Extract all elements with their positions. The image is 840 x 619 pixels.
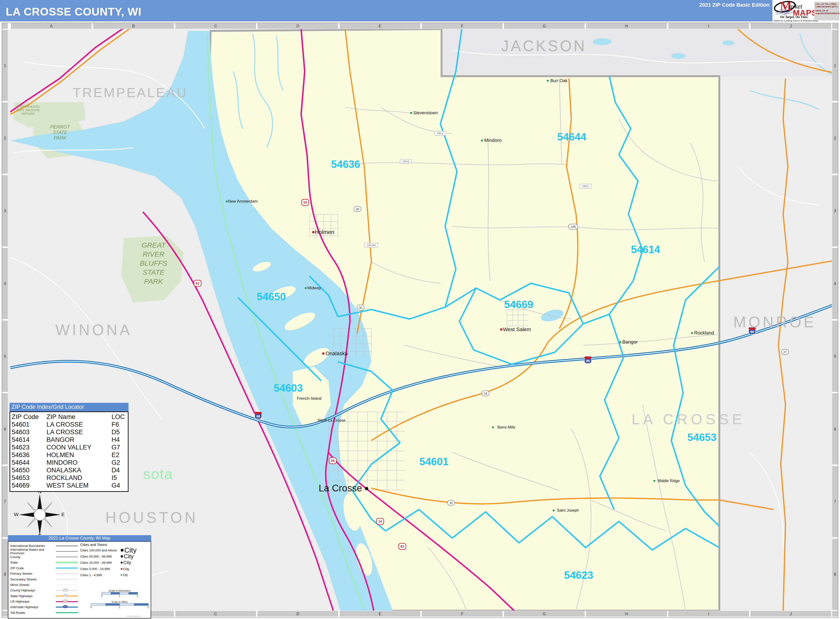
zip-index-title: ZIP Code Index/Grid Locator xyxy=(9,403,129,411)
legend-line-label: Interstate Highways xyxy=(10,605,56,609)
grid-letter: G xyxy=(543,24,546,28)
svg-text:90: 90 xyxy=(256,414,260,418)
scale-segment xyxy=(120,604,134,606)
zip-index-cell: I5 xyxy=(112,474,126,481)
zip-line-icon xyxy=(56,568,78,568)
city-dot xyxy=(410,112,412,114)
state-line-icon xyxy=(56,562,78,563)
legend-line-label: International Boundaries xyxy=(10,544,56,547)
grid-corner xyxy=(2,23,8,29)
legend-line-item: State Highways123 xyxy=(10,593,79,599)
legend-badge: 123 xyxy=(63,589,67,591)
zip-index-cell: 54636 xyxy=(12,451,46,459)
zip-index-cell: D5 xyxy=(112,428,126,436)
city-dot xyxy=(619,341,621,343)
scale-segment xyxy=(102,592,111,594)
zip-index-cell: G4 xyxy=(112,481,126,489)
grid-corner xyxy=(2,611,8,617)
legend-line-items: International BoundariesInternational St… xyxy=(10,543,79,615)
legend-scales: Scale in Kilometers012Scale in Miles012 xyxy=(89,589,150,612)
grid-number: 8 xyxy=(4,572,6,576)
city-dot-icon xyxy=(121,574,122,576)
legend-city-sample: City xyxy=(121,567,129,571)
legend-line-label: State Highways xyxy=(10,594,56,598)
city-sample-text: City xyxy=(124,553,133,560)
map-canvas: AABBCCDDEEFFGGHHIIJJ1122334455667788 xyxy=(0,0,840,619)
zip-index-cell: G7 xyxy=(112,444,126,451)
zip-index-table: ZIP Code Index/Grid Locator ZIP CodeZIP … xyxy=(9,403,129,492)
city-dot xyxy=(691,332,693,334)
legend-badge: 123 xyxy=(63,605,67,608)
city-label: West Salem xyxy=(503,326,531,332)
scale-segment xyxy=(120,592,129,594)
legend-line-label: International States and Provinces xyxy=(10,548,56,555)
grid-letter: D xyxy=(296,612,299,616)
legend-city-item: Cities 1 - 4,999City xyxy=(80,572,150,578)
legend-city-label: Cities 50,000 - 99,999 xyxy=(80,555,121,558)
city-dot xyxy=(305,287,306,289)
grid-letter: E xyxy=(379,612,381,616)
city-label: French Island xyxy=(297,396,321,401)
edition-label: 2021 ZIP Code Basic Edition xyxy=(700,2,770,8)
zip-index-cell: ROCKLAND xyxy=(46,474,111,481)
legend-city-label: Cities 25,000 - 49,999 xyxy=(80,561,121,564)
legend-line-label: US Highways xyxy=(10,600,56,603)
contact-line: CALL US TOLL FREE! xyxy=(816,3,839,6)
county-label-monroe: MONROE xyxy=(733,314,816,331)
svg-text:108: 108 xyxy=(571,225,576,229)
svg-text:16: 16 xyxy=(484,392,487,395)
county-label-winona: WINONA xyxy=(55,321,132,339)
zip-index-cell: MINDORO xyxy=(46,459,111,466)
grid-number: 7 xyxy=(834,500,836,504)
zip-index-cell: BANGOR xyxy=(46,436,111,444)
grid-letter: A xyxy=(50,24,52,28)
city-dot xyxy=(312,231,314,233)
grid-corner xyxy=(832,23,838,29)
city-dot xyxy=(492,426,494,428)
prov-line-icon xyxy=(56,551,78,552)
zip-index-cell: 54650 xyxy=(12,466,46,474)
marketmaps-logo: M arket MAPS On Target. On Time. America… xyxy=(773,0,840,23)
svg-text:35: 35 xyxy=(356,208,359,211)
county-shield-CR-C: CR-C xyxy=(580,184,591,188)
zip-index-cell: 54601 xyxy=(12,421,46,428)
grid-letter: I xyxy=(708,612,709,616)
grid-letter: C xyxy=(214,24,217,28)
grid-number: 1 xyxy=(834,64,836,67)
svg-text:53: 53 xyxy=(331,459,335,463)
toll-line-icon xyxy=(56,612,78,613)
scale-tick: 1 xyxy=(119,595,120,597)
legend-line-label: ZIP Code xyxy=(10,567,56,570)
table-row: 54636HOLMENE2 xyxy=(12,451,126,459)
legend-cities: Cities and Towns Cities 100,000 and Abov… xyxy=(80,543,150,578)
city-label: Rockland xyxy=(694,330,714,335)
legend-line-label: Primary Streets xyxy=(10,572,56,576)
svg-text:33: 33 xyxy=(449,501,453,505)
legend-line-item: County Highways123 xyxy=(10,588,79,593)
city-label: Middle Ridge xyxy=(658,479,680,483)
zip-label-54603: 54603 xyxy=(274,382,303,394)
table-row: 54653ROCKLANDI5 xyxy=(12,474,126,481)
svg-text:CR-V: CR-V xyxy=(437,132,444,135)
county-label-jackson: JACKSON xyxy=(501,37,586,55)
legend-line-symbol xyxy=(56,611,78,615)
svg-text:61: 61 xyxy=(196,281,199,285)
city-label: Onalaska xyxy=(326,350,348,356)
table-row: 54614BANGORH4 xyxy=(12,436,126,444)
city-label: Burr Oak xyxy=(550,78,568,83)
city-label: Holmen xyxy=(315,229,335,235)
city-sample-text: City xyxy=(123,560,131,565)
table-row: 54644MINDOROG2 xyxy=(12,459,126,466)
logo-contact-box: CALL US TOLL FREE! 1-888-434-MAPS (6277)… xyxy=(814,1,839,21)
grid-number: 5 xyxy=(4,354,6,358)
legend-line-item: ZIP Code xyxy=(10,565,79,571)
legend-line-item: Secondary Streets xyxy=(10,576,79,582)
city-label: Bangor xyxy=(622,339,638,344)
scale-tick: 2 xyxy=(137,595,138,597)
city-dot xyxy=(365,487,368,490)
scale-bar: Scale in Kilometers012 xyxy=(89,589,150,598)
legend-line-symbol: 123 xyxy=(56,594,78,598)
svg-text:61: 61 xyxy=(401,544,404,548)
county-line-icon xyxy=(56,556,78,558)
grid-letter: J xyxy=(790,612,792,616)
